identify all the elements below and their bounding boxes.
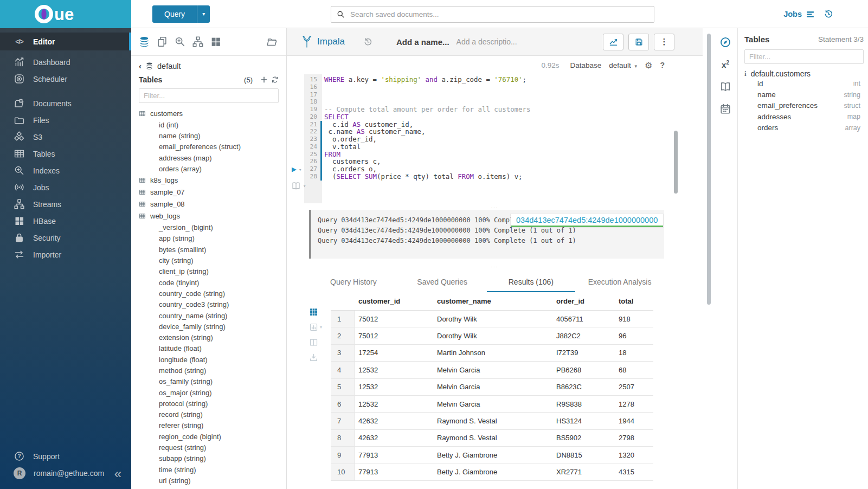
code-line[interactable]: 18 bbox=[287, 98, 681, 106]
chart-button[interactable] bbox=[603, 34, 623, 50]
sidebar-item-scheduler[interactable]: Scheduler bbox=[0, 70, 131, 87]
jobs-link[interactable]: Jobs bbox=[783, 10, 815, 19]
functions-tab[interactable]: x2 bbox=[718, 57, 732, 72]
right-column-id[interactable]: idint bbox=[744, 78, 864, 89]
editor-scrollbar[interactable] bbox=[674, 131, 678, 194]
tables-filter-input[interactable] bbox=[139, 88, 279, 103]
table-row[interactable]: 412532Melvin GarciaPB626868 bbox=[331, 362, 653, 378]
sidebar-item-editor[interactable]: </>Editor bbox=[0, 33, 131, 50]
explain-caret[interactable]: ▾ bbox=[303, 183, 306, 189]
language-reference-tab[interactable] bbox=[718, 80, 732, 94]
column-header-customer_name[interactable]: customer_name bbox=[434, 297, 553, 305]
sidebar-item-dashboard[interactable]: Dashboard bbox=[0, 54, 131, 70]
column-header-total[interactable]: total bbox=[615, 297, 653, 305]
run-query-button[interactable]: ▶ ▾ bbox=[292, 165, 301, 173]
sidebar-item-indexes[interactable]: Indexes bbox=[0, 162, 131, 179]
tab-query-history[interactable]: Query History bbox=[309, 273, 398, 292]
run-options-caret[interactable]: ▾ bbox=[299, 167, 301, 172]
assistant-tab[interactable] bbox=[718, 35, 732, 49]
sidebar-item-documents[interactable]: Documents bbox=[0, 95, 131, 112]
chart-view-button[interactable]: ▾ bbox=[309, 323, 322, 332]
query-description-field[interactable]: Add a descriptio... bbox=[456, 37, 517, 46]
tree-column[interactable]: os_family (string) bbox=[139, 376, 279, 387]
panel-resizer[interactable] bbox=[707, 34, 711, 305]
tree-column[interactable]: request (string) bbox=[139, 442, 279, 453]
search-input[interactable] bbox=[349, 10, 648, 19]
tree-table-sample_08[interactable]: sample_08 bbox=[139, 198, 279, 210]
tree-column[interactable]: city (string) bbox=[139, 255, 279, 266]
tree-column[interactable]: app (string) bbox=[139, 233, 279, 244]
schedule-tab[interactable] bbox=[718, 102, 732, 116]
tree-table-customers[interactable]: customers bbox=[139, 107, 279, 119]
code-line[interactable]: 22 c.name AS customer_name, bbox=[287, 128, 681, 136]
column-header-customer_id[interactable]: customer_id bbox=[355, 297, 434, 305]
tree-column[interactable]: protocol (string) bbox=[139, 398, 279, 409]
open-folder-icon[interactable] bbox=[266, 36, 278, 48]
tree-column[interactable]: subapp (string) bbox=[139, 453, 279, 464]
zoom-in-icon[interactable] bbox=[174, 36, 186, 48]
table-row[interactable]: 512532Melvin GarciaB8623C2507 bbox=[331, 379, 653, 396]
tree-column[interactable]: os_major (string) bbox=[139, 387, 279, 398]
right-column-name[interactable]: namestring bbox=[744, 89, 864, 100]
refresh-icon[interactable] bbox=[271, 76, 279, 83]
sidebar-item-security[interactable]: Security bbox=[0, 229, 131, 246]
table-row[interactable]: 842632Raymond S. VestalBS59022798 bbox=[331, 430, 653, 447]
tree-column[interactable]: extension (string) bbox=[139, 332, 279, 343]
tree-column[interactable]: user_agent (string) bbox=[139, 486, 279, 489]
query-log[interactable]: Query 034d413ec7474ed5:4249de1000000000 … bbox=[309, 210, 664, 259]
tree-column[interactable]: orders (array) bbox=[139, 163, 279, 174]
sidebar-item-importer[interactable]: Importer bbox=[0, 246, 131, 263]
table-row[interactable]: 612532Melvin GarciaR9S8381278 bbox=[331, 396, 653, 413]
column-header-order_id[interactable]: order_id bbox=[553, 297, 615, 305]
tree-column[interactable]: referer (string) bbox=[139, 420, 279, 431]
code-line[interactable]: 15WHERE a.key = 'shipping' and a.zip_cod… bbox=[287, 76, 681, 83]
tree-column[interactable]: _version_ (bigint) bbox=[139, 222, 279, 233]
engine-selector[interactable]: Impala bbox=[302, 36, 345, 48]
tab-results-106-[interactable]: Results (106) bbox=[487, 273, 576, 292]
tree-table-sample_07[interactable]: sample_07 bbox=[139, 186, 279, 198]
sidebar-item-user[interactable]: R romain@gethue.com bbox=[0, 465, 131, 481]
sidebar-item-hbase[interactable]: HBase bbox=[0, 213, 131, 229]
tree-column[interactable]: id (int) bbox=[139, 119, 279, 130]
sidebar-item-support[interactable]: ? Support bbox=[0, 448, 131, 465]
sidebar-item-jobs[interactable]: Jobs bbox=[0, 179, 131, 196]
download-button[interactable] bbox=[309, 353, 318, 362]
table-row[interactable]: 317254Martin JohnsonI72T3918 bbox=[331, 345, 653, 362]
tree-column[interactable]: device_family (string) bbox=[139, 321, 279, 332]
active-table-row[interactable]: i default.customers bbox=[744, 69, 864, 78]
code-line[interactable]: 24 v.total bbox=[287, 143, 681, 151]
history-icon[interactable] bbox=[824, 9, 833, 19]
sidebar-collapse-button[interactable]: « bbox=[114, 467, 121, 480]
code-line[interactable]: 20SELECT bbox=[287, 113, 681, 121]
right-filter-input[interactable] bbox=[744, 49, 864, 64]
tree-column[interactable]: url (string) bbox=[139, 475, 279, 486]
tree-column[interactable]: client_ip (string) bbox=[139, 266, 279, 277]
sidebar-item-s3[interactable]: S3 bbox=[0, 128, 131, 145]
save-button[interactable] bbox=[628, 34, 649, 50]
tab-saved-queries[interactable]: Saved Queries bbox=[398, 273, 487, 292]
sitemap-icon[interactable] bbox=[192, 36, 204, 48]
code-line[interactable]: 28 (SELECT SUM(price * qty) total FROM o… bbox=[287, 173, 681, 181]
right-column-addresses[interactable]: addressesmap bbox=[744, 111, 864, 122]
databases-icon[interactable] bbox=[138, 36, 150, 48]
code-line[interactable]: 17 bbox=[287, 91, 681, 99]
sql-editor[interactable]: 15WHERE a.key = 'shipping' and a.zip_cod… bbox=[287, 74, 703, 203]
code-line[interactable]: 25FROM bbox=[287, 151, 681, 158]
code-line[interactable]: 27 c.orders o, bbox=[287, 165, 681, 173]
query-id-badge[interactable]: 034d413ec7474ed5:4249de1000000000 bbox=[511, 214, 663, 227]
query-history-icon[interactable] bbox=[363, 37, 372, 47]
tree-column[interactable]: region_code (bigint) bbox=[139, 431, 279, 442]
table-row[interactable]: 742632Raymond S. VestalHS31241944 bbox=[331, 413, 653, 429]
tree-column[interactable]: country_name (string) bbox=[139, 310, 279, 321]
help-icon[interactable]: ? bbox=[660, 61, 665, 69]
tree-column[interactable]: name (string) bbox=[139, 130, 279, 141]
query-dropdown-caret[interactable]: ▾ bbox=[197, 5, 210, 23]
tree-column[interactable]: time (string) bbox=[139, 464, 279, 475]
new-query-button[interactable]: Query ▾ bbox=[152, 5, 210, 23]
more-actions-button[interactable]: ⋮ bbox=[654, 34, 674, 50]
query-name-field[interactable]: Add a name... bbox=[396, 37, 449, 47]
info-icon[interactable]: i bbox=[744, 69, 747, 78]
sidebar-item-files[interactable]: Files bbox=[0, 112, 131, 128]
table-row[interactable]: 977913Betty J. GiambroneDN88151320 bbox=[331, 447, 653, 464]
table-row[interactable]: 1077913Betty J. GiambroneXR27714315 bbox=[331, 464, 653, 481]
